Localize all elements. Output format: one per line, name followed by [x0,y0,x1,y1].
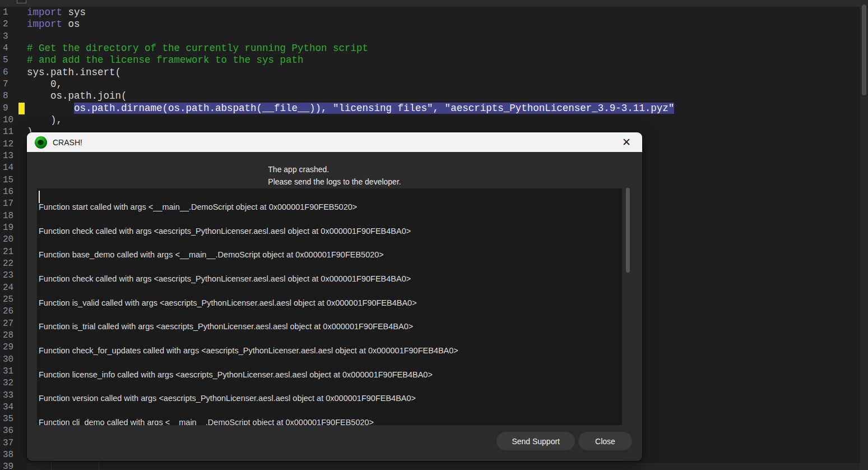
log-line: Function check called with args <aescrip… [39,274,622,298]
line-number[interactable]: 11 [0,126,26,138]
line-number[interactable]: 10 [0,114,26,126]
line-number[interactable]: 20 [0,234,26,246]
code-line[interactable]: sys.path.insert( [27,67,859,79]
code-token: import [27,19,62,30]
log-line: Function license_info called with args <… [39,370,622,394]
code-token: os.path.dirname(os.path.abspath(__file__… [74,103,674,114]
log-line: Function cli_demo called with args <__ma… [39,418,622,425]
line-number[interactable]: 12 [0,139,26,150]
code-line[interactable]: import sys [27,7,859,19]
line-number[interactable]: 26 [0,306,26,317]
text-caret [39,191,40,203]
line-number[interactable]: 22 [0,258,26,270]
line-number[interactable]: 14 [0,162,26,174]
window-fragment [17,0,26,3]
line-number[interactable]: 19 [0,222,26,234]
line-number[interactable]: 38 [0,449,26,461]
code-token: # and add the license framework to the s… [27,54,304,66]
crash-message-line1: The app crashed. [268,164,401,176]
log-line: Function is_valid called with args <aesc… [39,298,622,322]
code-token [27,103,74,114]
line-number[interactable]: 33 [0,390,26,402]
line-number[interactable]: 37 [0,437,26,449]
line-number[interactable]: 27 [0,318,26,330]
current-line-highlight [27,463,860,470]
log-line: Function is_trial called with args <aesc… [39,322,622,346]
code-editor[interactable]: import sysimport os# Get the directory o… [27,7,859,139]
code-line[interactable]: os.path.dirname(os.path.abspath(__file__… [27,103,859,114]
code-token: 0, [27,79,62,90]
close-icon[interactable]: ✕ [619,135,634,150]
code-line[interactable]: os.path.join( [27,90,859,102]
code-token: os.path.join( [27,90,127,102]
line-number[interactable]: 3 [0,31,26,43]
line-number[interactable]: 29 [0,342,26,353]
line-number[interactable]: 15 [0,174,26,186]
line-number[interactable]: 5 [0,54,26,66]
line-number[interactable]: 21 [0,246,26,258]
line-number[interactable]: 2 [0,19,26,30]
code-line[interactable]: # and add the license framework to the s… [27,54,859,66]
line-number[interactable]: 24 [0,282,26,294]
crash-message: The app crashed. Please send the logs to… [268,164,401,188]
code-line[interactable]: # Get the directory of the currently run… [27,43,859,54]
editor-scrollbar-thumb[interactable] [862,4,866,95]
log-line: Function check called with args <aescrip… [39,227,622,251]
line-number[interactable]: 16 [0,186,26,198]
line-number[interactable]: 28 [0,330,26,342]
log-line: Function base_demo called with args <__m… [39,250,622,274]
line-number[interactable]: 6 [0,67,26,79]
line-number[interactable]: 18 [0,210,26,222]
code-line[interactable]: ), [27,114,859,126]
line-number[interactable]: 25 [0,294,26,306]
active-line-marker [18,103,25,114]
crash-message-line2: Please send the logs to the developer. [268,176,401,188]
window-top-strip [0,0,868,7]
crash-dialog-titlebar[interactable]: CRASH! ✕ [27,132,642,152]
code-line[interactable] [27,31,859,43]
indent-guide [51,461,52,470]
app-screen: 1234567891011121314151617181920212223242… [0,0,868,470]
crash-dialog: CRASH! ✕ The app crashed. Please send th… [27,132,642,461]
line-number[interactable]: 23 [0,270,26,282]
line-number[interactable]: 7 [0,79,26,90]
code-line[interactable]: import os [27,19,859,30]
line-number[interactable]: 30 [0,354,26,366]
line-number[interactable]: 13 [0,150,26,162]
line-number[interactable]: 4 [0,43,26,54]
app-green-ball-icon [35,136,47,149]
line-number[interactable]: 8 [0,90,26,102]
line-number[interactable]: 17 [0,198,26,210]
crash-log-box[interactable]: Function start called with args <__main_… [37,188,622,425]
log-scrollbar-thumb[interactable] [626,188,630,273]
code-token: sys [62,7,86,18]
line-number[interactable]: 1 [0,7,26,19]
line-number[interactable]: 34 [0,402,26,413]
line-number[interactable]: 39 [0,461,26,470]
line-number[interactable]: 35 [0,413,26,425]
dialog-button-row: Send Support Close [496,432,632,450]
send-support-button[interactable]: Send Support [496,432,575,450]
dialog-title: CRASH! [53,138,82,147]
line-number[interactable]: 32 [0,377,26,389]
code-line[interactable]: 0, [27,79,859,90]
line-number-gutter[interactable]: 1234567891011121314151617181920212223242… [0,7,26,470]
code-token: os [62,19,80,30]
code-token: import [27,7,62,18]
log-line: Function version called with args <aescr… [39,394,622,418]
code-token: sys.path.insert( [27,67,121,78]
code-token: # Get the directory of the currently run… [27,43,368,54]
code-token: ), [27,114,62,126]
line-number[interactable]: 36 [0,425,26,437]
line-number[interactable]: 31 [0,366,26,377]
editor-scrollbar[interactable] [860,0,868,470]
indent-guide [99,461,99,470]
log-line: Function start called with args <__main_… [39,202,622,227]
close-button[interactable]: Close [578,432,632,450]
log-line: Function check_for_updates called with a… [39,346,622,370]
crash-log-lines: Function start called with args <__main_… [37,188,622,425]
